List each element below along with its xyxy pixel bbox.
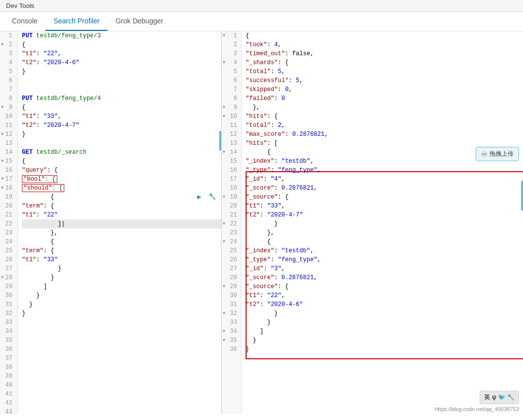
line-number-32: 32 (0, 309, 14, 318)
right-line-number-18: 18 (222, 184, 239, 193)
right-fold-indicator[interactable]: ▼ (223, 284, 225, 289)
line-number-30: 30 (0, 291, 14, 300)
tab-grok-debugger[interactable]: Grok Debugger (108, 12, 171, 31)
fold-indicator[interactable]: ▼ (1, 159, 3, 164)
code-line-1: PUT testdb/feng_type/3 (22, 31, 221, 40)
code-editor[interactable]: 1▼2345678▼91011▼121314▼1516▼17▼181920212… (0, 31, 221, 414)
line-number-16: 16 (0, 166, 14, 175)
right-fold-indicator[interactable]: ▼ (223, 114, 225, 119)
tab-console[interactable]: Console (4, 12, 45, 31)
code-line-15: { (22, 157, 221, 166)
right-line-number-36: 36 (222, 345, 239, 354)
code-line-22: ]| (22, 219, 221, 228)
right-code-line-21: "t2": "2020-4-7" (246, 210, 523, 219)
right-code-line-25: "_index": "testdb", (246, 246, 523, 255)
right-code-line-8: "failed": 0 (246, 94, 523, 103)
upload-icon: ♾ (481, 150, 488, 158)
right-line-number-20: 20 (222, 202, 239, 210)
right-fold-indicator[interactable]: ▼ (223, 221, 225, 226)
right-line-numbers: ▼123▼45678▼9▼10111213▼1415161718▼192021▼… (222, 31, 242, 414)
tab-search-profiler[interactable]: Search Profiler (45, 12, 108, 31)
line-numbers: 1▼2345678▼91011▼121314▼1516▼17▼181920212… (0, 31, 18, 414)
code-line-8: PUT testdb/feng_type/4 (22, 94, 221, 103)
code-line-21: "t1": "22" (22, 210, 221, 219)
line-number-34: 34 (0, 327, 14, 336)
right-code-content[interactable]: { "took": 4, "timed_out": false, "_shard… (242, 31, 523, 414)
line-number-5: 5 (0, 67, 14, 76)
right-line-number-15: 15 (222, 157, 239, 166)
left-scrollbar[interactable] (219, 131, 221, 151)
right-code-line-2: "took": 4, (246, 40, 523, 49)
line-number-29: 29 (0, 282, 14, 291)
right-fold-indicator[interactable]: ▼ (223, 311, 225, 316)
line-number-26: 26 (0, 255, 14, 264)
right-fold-indicator[interactable]: ▼ (223, 105, 225, 110)
code-line-19: { (22, 193, 221, 202)
fold-indicator[interactable]: ▼ (1, 177, 3, 182)
right-line-number-25: 25 (222, 246, 239, 255)
right-fold-indicator[interactable]: ▼ (223, 338, 225, 343)
right-code-line-23: }, (246, 228, 523, 237)
right-code-line-16: "_type": "feng_type", (246, 166, 523, 175)
title-bar: Dev Tools (0, 0, 523, 12)
line-number-2: ▼2 (0, 40, 14, 49)
line-number-43: 43 (0, 408, 14, 414)
right-code-line-31: "t2": "2020-4-6" (246, 300, 523, 309)
code-content[interactable]: PUT testdb/feng_type/3{ "t1": "22", "t2"… (18, 31, 221, 414)
right-line-number-8: 8 (222, 94, 239, 103)
code-line-12: } (22, 130, 221, 139)
code-line-43 (22, 408, 221, 414)
code-line-13 (22, 139, 221, 148)
fold-indicator[interactable]: ▼ (1, 186, 3, 191)
right-code-line-27: "_id": "3", (246, 264, 523, 273)
right-line-number-27: 27 (222, 264, 239, 273)
code-line-27: } (22, 264, 221, 273)
code-line-25: "term": { (22, 246, 221, 255)
upload-button[interactable]: ♾ 拖拽上传 (476, 147, 519, 161)
right-line-number-30: 30 (222, 291, 239, 300)
right-panel: ▼123▼45678▼9▼10111213▼1415161718▼192021▼… (222, 31, 523, 414)
right-code-line-20: "t1": "33", (246, 202, 523, 210)
right-fold-indicator[interactable]: ▼ (223, 33, 225, 38)
run-button[interactable]: ▶ (194, 192, 204, 202)
right-code-area[interactable]: ▼123▼45678▼9▼10111213▼1415161718▼192021▼… (222, 31, 523, 414)
right-code-line-12: "max_score": 0.2876821, (246, 130, 523, 139)
right-fold-indicator[interactable]: ▼ (223, 60, 225, 65)
fold-indicator[interactable]: ▼ (1, 105, 3, 110)
csdn-link: https://blog.csdn.net/qq_40038753 (435, 406, 519, 412)
line-number-11: 11 (0, 121, 14, 130)
wrench-button[interactable]: 🔧 (207, 192, 217, 202)
right-fold-indicator[interactable]: ▼ (223, 239, 225, 244)
fold-indicator[interactable]: ▼ (1, 275, 3, 280)
code-line-28: } (22, 273, 221, 282)
right-code-line-29: "_source": { (246, 282, 523, 291)
line-number-28: ▼28 (0, 273, 14, 282)
right-fold-indicator[interactable]: ▼ (223, 195, 225, 200)
lang-button[interactable]: 英 ψ 🐦 🔧 (480, 391, 519, 404)
right-fold-indicator[interactable]: ▼ (223, 329, 225, 334)
right-line-number-22: ▼22 (222, 219, 239, 228)
code-line-10: "t1": "33", (22, 112, 221, 121)
main-content: 1▼2345678▼91011▼121314▼1516▼17▼181920212… (0, 31, 523, 414)
code-line-23: }, (22, 228, 221, 237)
fold-indicator[interactable]: ▼ (1, 132, 3, 137)
upload-label: 拖拽上传 (490, 150, 514, 158)
code-line-39 (22, 372, 221, 381)
line-number-4: 4 (0, 58, 14, 67)
line-number-20: 20 (0, 202, 14, 210)
code-line-42 (22, 399, 221, 408)
code-line-4: "t2": "2020-4-6" (22, 58, 221, 67)
right-code-line-17: "_id": "4", (246, 175, 523, 184)
line-number-8: 8 (0, 94, 14, 103)
right-fold-indicator[interactable]: ▼ (223, 150, 225, 155)
line-number-12: ▼12 (0, 130, 14, 139)
right-line-number-23: 23 (222, 228, 239, 237)
right-line-number-5: 5 (222, 67, 239, 76)
right-code-line-22: } (246, 219, 523, 228)
right-line-number-34: ▼34 (222, 327, 239, 336)
right-scrollbar[interactable] (521, 181, 523, 210)
fold-indicator[interactable]: ▼ (1, 42, 3, 47)
line-number-7: 7 (0, 85, 14, 94)
right-code-line-28: "_score": 0.2876821, (246, 273, 523, 282)
right-code-line-19: "_source": { (246, 193, 523, 202)
